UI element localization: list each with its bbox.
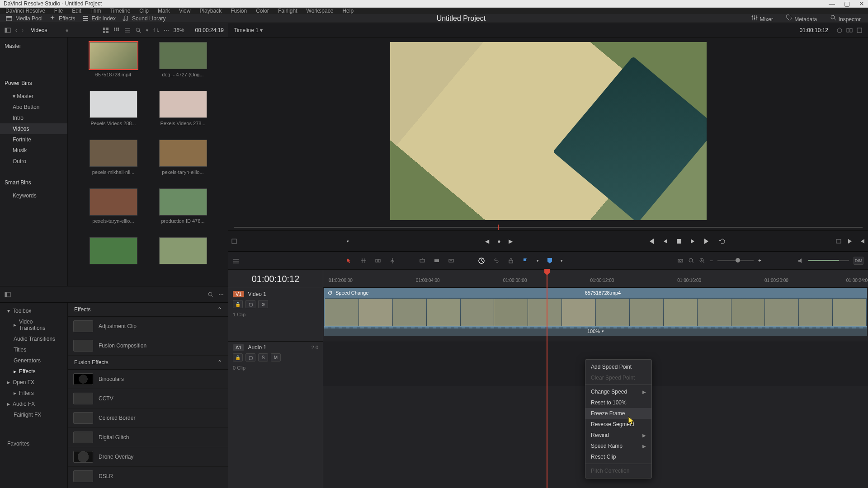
playhead[interactable]: [547, 270, 547, 488]
dim-button[interactable]: DIM: [854, 257, 863, 265]
audio-track-header[interactable]: A1Audio 12.0 🔒 ▢ S M 0 Clip: [228, 341, 323, 386]
tree-video-transitions[interactable]: ▸ Video Transitions: [0, 316, 67, 333]
bin-item[interactable]: Intro: [0, 113, 67, 123]
menu-item[interactable]: Trim: [90, 8, 101, 14]
detail-zoom-icon[interactable]: [688, 258, 694, 264]
zoom-to-fit-icon[interactable]: [677, 258, 684, 264]
lock-track-icon[interactable]: 🔒: [233, 300, 243, 308]
clip[interactable]: Pexels Videos 288...: [80, 91, 147, 135]
marker-icon[interactable]: [547, 258, 552, 264]
clip[interactable]: pexels-taryn-ellio...: [149, 140, 217, 184]
panel-toggle-icon[interactable]: [5, 291, 11, 298]
lock-track-icon[interactable]: 🔒: [233, 353, 243, 361]
effect-item[interactable]: Fusion Composition: [68, 336, 228, 356]
bin-item[interactable]: Outro: [0, 156, 67, 167]
chevron-left-icon[interactable]: ‹: [15, 27, 17, 33]
menu-item[interactable]: Fusion: [231, 8, 247, 14]
menu-item[interactable]: Help: [342, 8, 354, 14]
chevron-down-icon[interactable]: ▾: [561, 258, 563, 263]
stop-icon[interactable]: [676, 239, 682, 244]
list-view-icon[interactable]: [124, 27, 131, 33]
effect-item[interactable]: DVE: [68, 486, 228, 488]
volume-slider[interactable]: [808, 260, 849, 261]
more-icon[interactable]: ⋯: [218, 291, 224, 298]
tree-filters[interactable]: ▸ Filters: [0, 388, 67, 399]
bin-item-videos[interactable]: Videos: [0, 123, 67, 134]
effect-item[interactable]: DSLR: [68, 467, 228, 486]
disable-track-icon[interactable]: ⊘: [258, 300, 268, 308]
menu-item[interactable]: Playback: [199, 8, 222, 14]
menu-item[interactable]: Mark: [158, 8, 170, 14]
auto-select-icon[interactable]: ▢: [245, 353, 255, 361]
grid-small-icon[interactable]: [113, 27, 120, 33]
effect-item[interactable]: Binoculars: [68, 370, 228, 389]
ctx-reverse-segment[interactable]: Reverse Segment: [585, 419, 651, 430]
next-marker-icon[interactable]: ▶: [509, 238, 513, 244]
expand-icon[interactable]: [856, 27, 863, 33]
search-icon[interactable]: [208, 291, 214, 298]
sound-library-button[interactable]: Sound Library: [122, 15, 166, 22]
menu-item[interactable]: Edit: [72, 8, 81, 14]
step-back-icon[interactable]: [663, 239, 668, 244]
timeline-ruler[interactable]: 01:00:00:00 01:00:04:00 01:00:08:00 01:0…: [323, 270, 868, 288]
play-icon[interactable]: [690, 239, 695, 244]
clip[interactable]: pexels-taryn-ellio...: [80, 188, 147, 233]
insert-icon[interactable]: [419, 258, 425, 264]
sidebar-toggle-icon[interactable]: [5, 27, 11, 33]
go-end-icon[interactable]: [703, 238, 711, 245]
clip[interactable]: dog_- 4727 (Orig...: [149, 42, 217, 86]
retime-icon[interactable]: [478, 257, 485, 264]
master-bin[interactable]: Master: [0, 41, 67, 51]
menu-item[interactable]: Timeline: [110, 8, 130, 14]
effect-item[interactable]: Adjustment Clip: [68, 317, 228, 336]
zoom-slider[interactable]: [717, 260, 754, 261]
maximize-icon[interactable]: ▢: [844, 0, 850, 7]
chevron-down-icon[interactable]: ▾: [146, 28, 148, 33]
tree-audiofx[interactable]: ▸ Audio FX: [0, 399, 67, 409]
collapse-icon[interactable]: ⌃: [217, 359, 222, 366]
effects-section-header[interactable]: Effects⌃: [68, 303, 228, 317]
viewer-canvas[interactable]: [390, 42, 707, 220]
bin-item[interactable]: ▾ Master: [0, 91, 67, 102]
menu-item[interactable]: View: [179, 8, 191, 14]
bypass-icon[interactable]: [836, 27, 843, 33]
minimize-icon[interactable]: —: [829, 0, 835, 7]
marker-icon[interactable]: ●: [497, 238, 500, 244]
flag-icon[interactable]: [522, 258, 528, 264]
tree-audio-transitions[interactable]: Audio Transitions: [0, 333, 67, 344]
go-start-icon[interactable]: [647, 238, 655, 245]
loop-icon[interactable]: [719, 238, 726, 245]
blade-tool-icon[interactable]: [389, 258, 396, 264]
more-icon[interactable]: ⋯: [164, 27, 169, 33]
match-frame-icon[interactable]: [835, 238, 842, 244]
bin-item[interactable]: Fortnite: [0, 134, 67, 145]
prev-marker-icon[interactable]: ◀: [485, 238, 489, 244]
smart-bins-header[interactable]: Smart Bins: [0, 177, 67, 188]
bin-item[interactable]: Musik: [0, 145, 67, 156]
record-timecode[interactable]: 01:00:10:12: [800, 27, 828, 33]
video-clip[interactable]: ⏱ Speed Change 657518728.mp4: [324, 288, 867, 341]
tree-titles[interactable]: Titles: [0, 344, 67, 355]
search-icon[interactable]: [135, 27, 142, 33]
custom-zoom-icon[interactable]: [699, 258, 705, 264]
zoom-percent[interactable]: 36%: [174, 27, 184, 33]
bin-item[interactable]: Abo Button: [0, 102, 67, 113]
effects-button[interactable]: Effects: [49, 15, 75, 22]
ctx-speed-ramp[interactable]: Speed Ramp▶: [585, 441, 651, 451]
timeline-name[interactable]: Timeline 1 ▾: [234, 27, 263, 33]
mixer-button[interactable]: Mixer: [751, 14, 773, 23]
chevron-right-icon[interactable]: ›: [22, 27, 24, 33]
inspector-button[interactable]: Inspector: [830, 14, 861, 23]
tree-fairlight-fx[interactable]: Fairlight FX: [0, 409, 67, 420]
fusion-effects-header[interactable]: Fusion Effects⌃: [68, 356, 228, 370]
clip[interactable]: [149, 237, 217, 282]
timeline-timecode[interactable]: 01:00:10:12: [228, 270, 323, 288]
clip[interactable]: Pexels Videos 278...: [149, 91, 217, 135]
favorites-header[interactable]: Favorites: [0, 438, 67, 449]
edit-index-button[interactable]: Edit Index: [82, 15, 116, 22]
lock-icon[interactable]: [508, 258, 514, 264]
collapse-icon[interactable]: ⌃: [217, 306, 222, 313]
ctx-reset-100[interactable]: Reset to 100%: [585, 397, 651, 408]
solo-button[interactable]: S: [258, 353, 268, 361]
media-pool-button[interactable]: Media Pool: [5, 15, 42, 22]
